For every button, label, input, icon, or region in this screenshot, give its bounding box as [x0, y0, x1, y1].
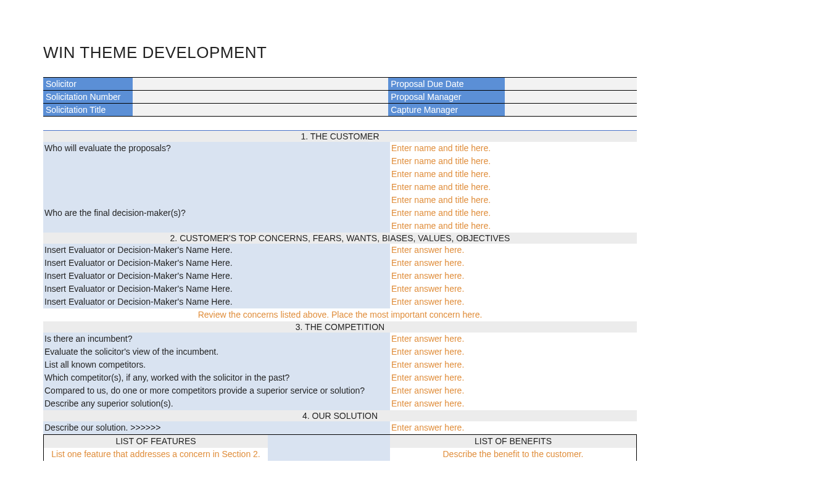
s2-name-4[interactable]: Insert Evaluator or Decision-Maker's Nam…	[43, 283, 390, 295]
s3-a3[interactable]: Enter answer here.	[390, 358, 637, 371]
s1-q1-cont	[43, 194, 390, 207]
s3-a1[interactable]: Enter answer here.	[390, 333, 637, 345]
s1-a7[interactable]: Enter name and title here.	[390, 220, 637, 233]
fb-mid-header	[268, 434, 390, 448]
s1-q1: Who will evaluate the proposals?	[43, 142, 390, 155]
features-header: LIST OF FEATURES	[43, 434, 268, 448]
s3-q1: Is there an incumbent?	[43, 333, 390, 345]
document-page: WIN THEME DEVELOPMENT Solicitor Proposal…	[0, 0, 830, 504]
value-solicitor[interactable]	[133, 78, 388, 91]
s1-q1-cont	[43, 155, 390, 168]
meta-table: Solicitor Proposal Due Date Solicitation…	[43, 77, 637, 117]
s1-q1-cont	[43, 181, 390, 194]
s3-q6: Describe any superior solution(s).	[43, 397, 390, 410]
fb-mid-1	[268, 448, 390, 461]
s2-ans-3[interactable]: Enter answer here.	[390, 270, 637, 283]
s3-q4: Which competitor(s), if any, worked with…	[43, 371, 390, 384]
s2-ans-5[interactable]: Enter answer here.	[390, 295, 637, 308]
s2-name-1[interactable]: Insert Evaluator or Decision-Maker's Nam…	[43, 244, 390, 257]
s3-q5: Compared to us, do one or more competito…	[43, 384, 390, 397]
label-proposal-due: Proposal Due Date	[388, 78, 505, 91]
s1-q1-cont	[43, 168, 390, 181]
s1-a3[interactable]: Enter name and title here.	[390, 168, 637, 181]
value-solicitation-title[interactable]	[133, 104, 388, 117]
s4-describe-answer[interactable]: Enter answer here.	[390, 421, 637, 434]
s3-a6[interactable]: Enter answer here.	[390, 397, 637, 410]
label-proposal-manager: Proposal Manager	[388, 91, 505, 104]
s2-ans-2[interactable]: Enter answer here.	[390, 257, 637, 270]
benefit-1[interactable]: Describe the benefit to the customer.	[390, 448, 637, 461]
content-area: 1. THE CUSTOMER Who will evaluate the pr…	[43, 130, 637, 461]
s1-a1[interactable]: Enter name and title here.	[390, 142, 637, 155]
s2-ans-4[interactable]: Enter answer here.	[390, 283, 637, 295]
s1-a6[interactable]: Enter name and title here.	[390, 207, 637, 220]
s1-a2[interactable]: Enter name and title here.	[390, 155, 637, 168]
s1-a4[interactable]: Enter name and title here.	[390, 181, 637, 194]
value-proposal-manager[interactable]	[505, 91, 637, 104]
label-solicitation-title: Solicitation Title	[43, 104, 133, 117]
s3-q3: List all known competitors.	[43, 358, 390, 371]
s3-q2: Evaluate the solicitor's view of the inc…	[43, 345, 390, 358]
s3-a2[interactable]: Enter answer here.	[390, 345, 637, 358]
s2-ans-1[interactable]: Enter answer here.	[390, 244, 637, 257]
section-2-header: 2. CUSTOMER'S TOP CONCERNS, FEARS, WANTS…	[43, 233, 637, 244]
s3-a4[interactable]: Enter answer here.	[390, 371, 637, 384]
label-capture-manager: Capture Manager	[388, 104, 505, 117]
s1-q2: Who are the final decision-maker(s)?	[43, 207, 390, 220]
s2-name-2[interactable]: Insert Evaluator or Decision-Maker's Nam…	[43, 257, 390, 270]
s2-name-5[interactable]: Insert Evaluator or Decision-Maker's Nam…	[43, 295, 390, 308]
s4-describe-label: Describe our solution. >>>>>>	[43, 421, 390, 434]
feature-1[interactable]: List one feature that addresses a concer…	[43, 448, 268, 461]
s2-review[interactable]: Review the concerns listed above. Place …	[43, 308, 637, 321]
label-solicitor: Solicitor	[43, 78, 133, 91]
s1-a5[interactable]: Enter name and title here.	[390, 194, 637, 207]
section-1-header: 1. THE CUSTOMER	[43, 131, 637, 142]
value-capture-manager[interactable]	[505, 104, 637, 117]
label-solicitation-number: Solicitation Number	[43, 91, 133, 104]
page-title: WIN THEME DEVELOPMENT	[43, 43, 787, 62]
benefits-header: LIST OF BENEFITS	[390, 434, 637, 448]
section-3-header: 3. THE COMPETITION	[43, 321, 637, 333]
s3-a5[interactable]: Enter answer here.	[390, 384, 637, 397]
section-4-header: 4. OUR SOLUTION	[43, 410, 637, 421]
value-proposal-due[interactable]	[505, 78, 637, 91]
value-solicitation-number[interactable]	[133, 91, 388, 104]
s2-name-3[interactable]: Insert Evaluator or Decision-Maker's Nam…	[43, 270, 390, 283]
s1-q2-cont	[43, 220, 390, 233]
